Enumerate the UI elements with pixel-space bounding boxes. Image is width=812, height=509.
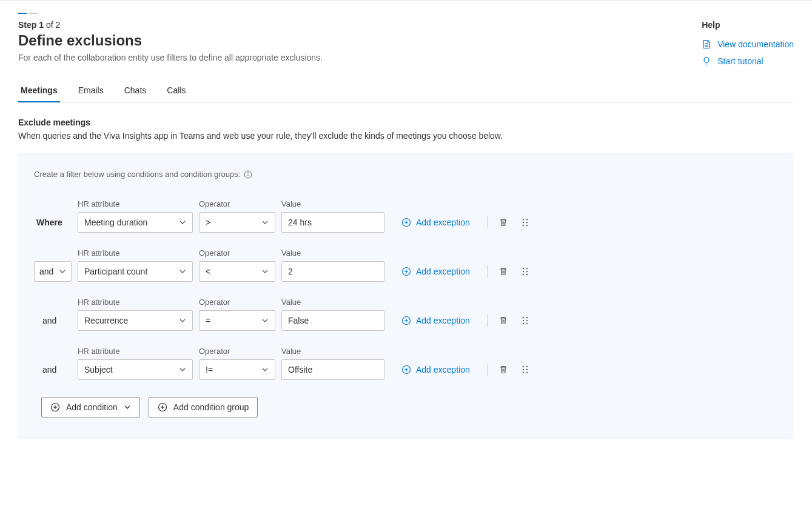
add-condition-button[interactable]: Add condition <box>41 397 140 418</box>
drag-handle[interactable] <box>519 265 531 278</box>
exclude-heading: Exclude meetings <box>18 118 794 127</box>
divider <box>487 216 488 228</box>
plus-circle-icon <box>50 402 60 412</box>
value-input[interactable]: 24 hrs <box>281 212 384 233</box>
drag-handle[interactable] <box>519 314 531 327</box>
trash-icon <box>498 218 508 227</box>
svg-point-13 <box>523 219 524 220</box>
svg-point-47 <box>526 366 528 367</box>
add-exception-button[interactable]: Add exception <box>401 267 477 276</box>
svg-point-37 <box>523 320 524 321</box>
divider <box>487 364 488 376</box>
step-progress <box>18 13 794 14</box>
chevron-down-icon <box>59 268 66 275</box>
chevron-down-icon <box>261 317 269 324</box>
svg-point-36 <box>526 317 528 318</box>
chevron-down-icon <box>179 219 186 226</box>
add-exception-button[interactable]: Add exception <box>401 365 477 374</box>
add-exception-button[interactable]: Add exception <box>401 316 477 325</box>
add-exception-button[interactable]: Add exception <box>401 218 477 227</box>
grip-icon <box>521 316 529 325</box>
svg-point-16 <box>526 222 528 223</box>
start-tutorial-link[interactable]: Start tutorial <box>702 56 794 66</box>
plus-circle-icon <box>401 267 411 276</box>
svg-point-35 <box>523 317 524 318</box>
svg-point-49 <box>526 369 528 370</box>
value-label: Value <box>281 199 384 208</box>
condition-row: and HR attribute Recurrence Operator = V… <box>34 298 778 331</box>
grip-icon <box>521 365 529 374</box>
condition-row: and HR attribute Participant count Opera… <box>34 248 778 282</box>
delete-condition-button[interactable] <box>497 216 509 228</box>
drag-handle[interactable] <box>519 364 531 376</box>
hr-attribute-label: HR attribute <box>78 298 193 307</box>
document-icon <box>702 39 711 49</box>
hr-attribute-label: HR attribute <box>78 347 193 356</box>
operator-select[interactable]: < <box>199 261 275 282</box>
progress-segment-2 <box>29 13 38 14</box>
value-input[interactable]: Offsite <box>281 359 384 380</box>
delete-condition-button[interactable] <box>497 265 509 278</box>
plus-circle-icon <box>401 365 411 374</box>
info-icon[interactable] <box>244 170 252 179</box>
chevron-down-icon <box>261 366 269 373</box>
svg-point-28 <box>523 274 524 275</box>
svg-point-14 <box>526 219 528 220</box>
exclude-description: When queries and the Viva Insights app i… <box>18 131 794 141</box>
value-label: Value <box>281 298 384 307</box>
svg-point-18 <box>526 225 528 226</box>
condition-prefix-and: and <box>34 359 72 380</box>
view-documentation-link[interactable]: View documentation <box>702 39 794 49</box>
tab-calls[interactable]: Calls <box>164 79 188 102</box>
page-subtitle: For each of the collaboration entity use… <box>18 53 323 62</box>
value-input[interactable]: False <box>281 310 384 331</box>
hr-attribute-select[interactable]: Recurrence <box>78 310 193 331</box>
tab-chats[interactable]: Chats <box>122 79 149 102</box>
chevron-down-icon <box>261 219 269 226</box>
trash-icon <box>498 365 508 374</box>
svg-point-46 <box>523 366 524 367</box>
svg-point-40 <box>526 323 528 324</box>
svg-point-38 <box>526 320 528 321</box>
add-condition-group-button[interactable]: Add condition group <box>149 397 258 418</box>
lightbulb-icon <box>702 56 711 66</box>
entity-tabs: Meetings Emails Chats Calls <box>18 79 794 103</box>
hr-attribute-select[interactable]: Meeting duration <box>78 212 193 233</box>
operator-select[interactable]: != <box>199 359 275 380</box>
operator-select[interactable]: = <box>199 310 275 331</box>
divider <box>487 265 488 278</box>
condition-prefix-where: Where <box>34 212 72 233</box>
page-title: Define exclusions <box>18 32 323 49</box>
chevron-down-icon <box>179 366 186 373</box>
filter-intro: Create a filter below using conditions a… <box>34 170 778 179</box>
svg-point-39 <box>523 323 524 324</box>
delete-condition-button[interactable] <box>497 364 509 376</box>
svg-point-24 <box>523 268 524 269</box>
progress-segment-1 <box>18 13 27 14</box>
hr-attribute-select[interactable]: Subject <box>78 359 193 380</box>
trash-icon <box>498 267 508 276</box>
plus-circle-icon <box>158 402 167 412</box>
filter-panel: Create a filter below using conditions a… <box>18 153 794 439</box>
logic-operator-select[interactable]: and <box>34 261 72 282</box>
drag-handle[interactable] <box>519 216 531 228</box>
help-heading: Help <box>702 20 794 30</box>
grip-icon <box>521 218 529 227</box>
delete-condition-button[interactable] <box>497 314 509 327</box>
hr-attribute-select[interactable]: Participant count <box>78 261 193 282</box>
svg-point-27 <box>526 271 528 272</box>
tab-meetings[interactable]: Meetings <box>18 79 60 102</box>
chevron-down-icon <box>124 404 131 411</box>
value-input[interactable]: 2 <box>281 261 384 282</box>
svg-point-29 <box>526 274 528 275</box>
step-label: Step 1 of 2 <box>18 20 323 30</box>
grip-icon <box>521 267 529 276</box>
operator-select[interactable]: > <box>199 212 275 233</box>
hr-attribute-label: HR attribute <box>78 248 193 258</box>
condition-prefix-and: and <box>34 310 72 331</box>
operator-label: Operator <box>199 248 275 258</box>
tab-emails[interactable]: Emails <box>76 79 106 102</box>
chevron-down-icon <box>179 268 186 275</box>
operator-label: Operator <box>199 347 275 356</box>
trash-icon <box>498 316 508 325</box>
